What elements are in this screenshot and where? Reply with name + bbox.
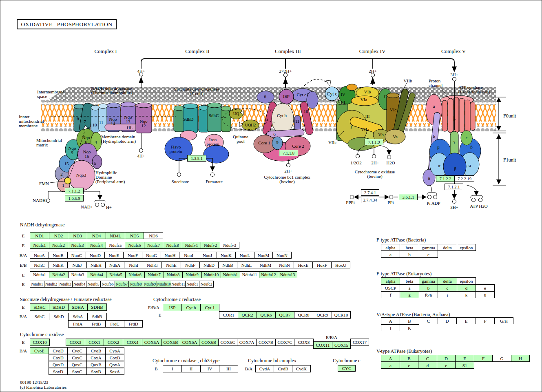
gene-box[interactable]: Cyt b (181, 304, 201, 311)
gene-box[interactable]: Ndufb9 (143, 281, 157, 288)
gene-box[interactable]: NdhD (199, 261, 219, 268)
gene-box[interactable]: 8 (476, 291, 495, 298)
gene-box[interactable]: QCR6 (257, 311, 276, 319)
gene-box[interactable]: COR1 (219, 311, 238, 319)
gene-box[interactable]: Ndufab1 (221, 271, 240, 278)
gene-box[interactable]: Ndufa11 (240, 271, 259, 278)
gene-box[interactable]: Ndufa10 (201, 271, 221, 278)
gene-box[interactable]: D (438, 317, 457, 324)
gene-box[interactable]: SoxC (67, 368, 87, 375)
gene-box[interactable]: Ndufa4 (87, 271, 106, 278)
gene-box[interactable]: COX6A (180, 339, 199, 346)
ec-box[interactable]: 7.1.1.9 (365, 139, 383, 145)
ec-box[interactable]: 7.2.2.19 (455, 175, 474, 182)
gene-box[interactable]: F (476, 317, 495, 324)
gene-box[interactable]: III (219, 365, 238, 372)
gene-box[interactable]: Ndufb8 (128, 281, 143, 288)
gene-box[interactable]: COX15 (332, 341, 351, 349)
gene-box[interactable]: ND3 (68, 232, 87, 239)
gene-box[interactable]: OSCP (381, 284, 400, 291)
gene-box[interactable]: Ndufs7 (144, 242, 163, 249)
gene-box[interactable]: NdhH (86, 261, 106, 268)
gene-box[interactable]: NdhI (124, 261, 143, 268)
gene-box[interactable]: NuoH (161, 252, 179, 259)
gene-box[interactable]: QoxB (86, 361, 106, 368)
gene-box[interactable]: C (418, 355, 437, 362)
gene-box[interactable]: E (456, 317, 476, 324)
gene-box[interactable]: Ndufs8 (163, 242, 182, 249)
gene-box[interactable]: F (474, 355, 493, 362)
gene-box[interactable]: k (457, 291, 476, 298)
gene-box[interactable]: NdhM (256, 261, 275, 268)
gene-box[interactable]: II (181, 365, 201, 372)
gene-box[interactable]: d (418, 362, 437, 369)
gene-box[interactable]: QCR10 (332, 311, 351, 319)
gene-box[interactable]: COX8 (294, 339, 314, 346)
gene-box[interactable]: COX7C (275, 339, 294, 346)
gene-box[interactable]: Ndufa5 (106, 271, 126, 278)
gene-box[interactable]: COX17 (350, 339, 369, 346)
gene-box[interactable]: I (163, 365, 182, 372)
gene-box[interactable]: SoxA (105, 368, 124, 375)
ec-box[interactable]: 1.6.5.9 (65, 195, 84, 202)
gene-box[interactable]: COX5A (142, 339, 161, 346)
gene-box[interactable]: beta (400, 244, 419, 251)
gene-box[interactable]: e (476, 284, 495, 291)
gene-box[interactable]: Ndufv3 (220, 242, 239, 249)
gene-box[interactable]: ND6 (144, 232, 163, 239)
gene-box[interactable]: NuoI (179, 252, 198, 259)
gene-box[interactable]: a (381, 362, 400, 369)
gene-box[interactable]: QCR8 (294, 311, 313, 319)
gene-box[interactable]: Ndufc2 (199, 281, 214, 288)
gene-box[interactable]: B (400, 355, 418, 362)
gene-box[interactable]: G/H (494, 317, 513, 324)
gene-box[interactable]: ND2 (49, 232, 68, 239)
gene-box[interactable]: FrdA (68, 320, 87, 328)
gene-box[interactable]: C (419, 317, 438, 324)
gene-box[interactable]: COX6C (218, 339, 237, 346)
gene-box[interactable]: K (400, 324, 419, 331)
gene-box[interactable]: QoxC (67, 361, 87, 368)
gene-box[interactable]: Ndufb7 (115, 281, 129, 288)
gene-box[interactable]: CyoD (49, 347, 68, 354)
gene-box[interactable]: FrdD (124, 320, 143, 328)
gene-box[interactable]: Ndufs6 (125, 242, 144, 249)
gene-box[interactable]: Ndufb2 (44, 281, 58, 288)
gene-box[interactable]: beta (400, 277, 419, 284)
gene-box[interactable]: Ndufs1 (30, 242, 49, 249)
ec-box[interactable]: 7.1.1.2 (65, 188, 84, 194)
ec-box[interactable]: 7.1.2.1 (445, 184, 463, 190)
gene-box[interactable]: COX7B (256, 339, 276, 346)
gene-box[interactable]: NdhG (143, 261, 162, 268)
gene-box[interactable]: CydB (274, 365, 292, 372)
gene-box[interactable]: delta (438, 244, 457, 251)
gene-box[interactable]: b (400, 251, 419, 258)
gene-box[interactable]: A (381, 317, 400, 324)
gene-box[interactable]: HoxE (294, 261, 313, 268)
gene-box[interactable]: SdhD (49, 313, 69, 320)
gene-box[interactable]: CyoA (105, 347, 124, 354)
ec-box[interactable]: 2.7.4.34 (361, 197, 379, 203)
gene-box[interactable]: alpha (381, 277, 400, 284)
gene-box[interactable]: NuoJ (198, 252, 217, 259)
gene-box[interactable]: SoxD (49, 368, 68, 375)
gene-box[interactable]: NdhL (237, 261, 256, 268)
ec-box[interactable]: 2.7.4.1 (361, 189, 379, 196)
gene-box[interactable]: CydA (255, 365, 274, 372)
gene-box[interactable]: Ndufv2 (201, 242, 220, 249)
gene-box[interactable]: NdhC (30, 261, 49, 268)
gene-box[interactable]: QoxD (49, 361, 68, 368)
ec-box[interactable]: 7.1.1.8 (279, 150, 298, 156)
gene-box[interactable]: NdhJ (67, 261, 87, 268)
gene-box[interactable]: CyoE (30, 347, 49, 354)
ec-box[interactable]: 1.3.5.1 (187, 155, 206, 162)
gene-box[interactable]: NuoN (272, 252, 292, 259)
gene-box[interactable]: Ndufa2 (49, 271, 69, 278)
gene-box[interactable]: NuoM (254, 252, 273, 259)
gene-box[interactable]: D (437, 355, 456, 362)
gene-box[interactable]: CyoC (67, 347, 87, 354)
gene-box[interactable]: d (457, 284, 476, 291)
gene-box[interactable]: CyoB (86, 347, 106, 354)
gene-box[interactable]: QCR2 (238, 311, 257, 319)
gene-box[interactable]: Ndufa9 (182, 271, 202, 278)
